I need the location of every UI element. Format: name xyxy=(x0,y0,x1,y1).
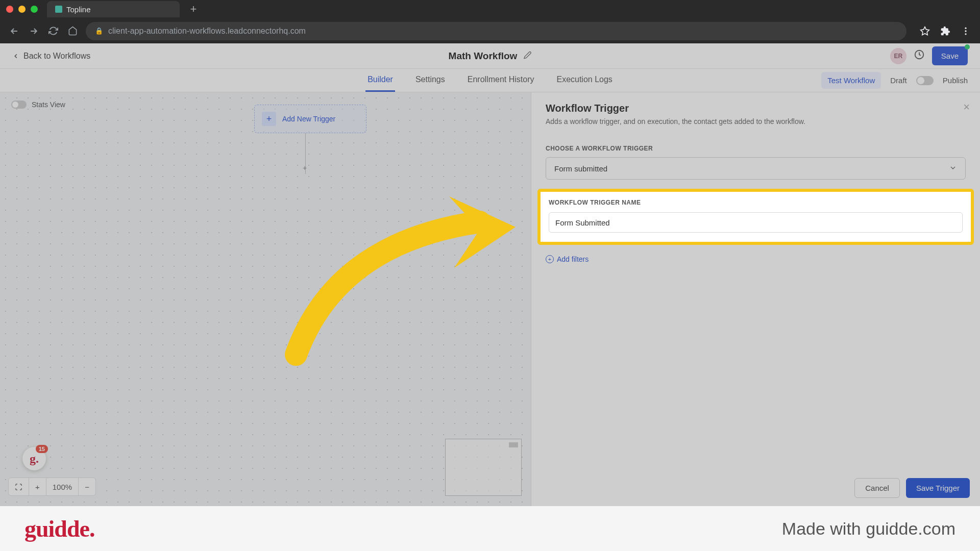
bookmark-icon[interactable] xyxy=(919,25,931,37)
tab-title: Topline xyxy=(66,5,91,14)
choose-trigger-label: CHOOSE A WORKFLOW TRIGGER xyxy=(531,134,980,157)
zoom-out-button[interactable]: − xyxy=(79,478,95,495)
test-workflow-button[interactable]: Test Workflow xyxy=(821,72,881,89)
lock-icon: 🔒 xyxy=(95,27,103,35)
publish-toggle[interactable] xyxy=(916,76,934,85)
add-filters-label: Add filters xyxy=(557,255,589,263)
new-tab-button[interactable]: + xyxy=(187,3,200,16)
close-window-icon[interactable] xyxy=(6,6,13,13)
tab-builder[interactable]: Builder xyxy=(365,69,395,92)
watermark-bar: guidde. Made with guidde.com xyxy=(0,506,980,551)
reload-button[interactable] xyxy=(47,25,59,37)
draft-label: Draft xyxy=(890,76,907,85)
publish-label: Publish xyxy=(943,76,968,85)
guidde-badge[interactable]: g. 15 xyxy=(22,447,46,470)
back-to-workflows-link[interactable]: Back to Workflows xyxy=(12,52,90,61)
extensions-icon[interactable] xyxy=(939,25,951,37)
svg-marker-0 xyxy=(921,27,929,35)
zoom-level: 100% xyxy=(46,478,79,495)
back-label: Back to Workflows xyxy=(23,52,90,61)
tab-bar: Topline + xyxy=(0,0,980,18)
add-filters-link[interactable]: + Add filters xyxy=(531,245,980,273)
header-actions: ER Save xyxy=(890,46,968,65)
home-button[interactable] xyxy=(66,25,79,37)
workflow-title-group: Math Workflow xyxy=(449,51,532,62)
add-new-trigger-button[interactable]: + Add New Trigger xyxy=(254,105,366,133)
tab-enrollment-history[interactable]: Enrollment History xyxy=(465,69,536,92)
unsaved-indicator-icon xyxy=(965,44,970,49)
svg-point-2 xyxy=(965,30,966,32)
highlighted-trigger-name-section: WORKFLOW TRIGGER NAME xyxy=(537,189,974,245)
forward-button[interactable] xyxy=(28,25,40,37)
zoom-controls: + 100% − xyxy=(8,478,96,496)
zoom-in-button[interactable]: + xyxy=(29,478,46,495)
url-text: client-app-automation-workflows.leadconn… xyxy=(108,27,306,36)
browser-chrome: Topline + 🔒 client-app-automation-workfl… xyxy=(0,0,980,43)
page-title: Math Workflow xyxy=(449,51,518,62)
close-panel-icon[interactable]: × xyxy=(963,101,970,114)
guidde-logo: guidde. xyxy=(24,515,94,542)
save-button[interactable]: Save xyxy=(932,46,968,65)
fullscreen-icon[interactable] xyxy=(9,478,29,495)
window-controls[interactable] xyxy=(6,6,38,13)
toggle-switch-icon[interactable] xyxy=(11,101,27,109)
stats-view-toggle[interactable]: Stats View xyxy=(11,101,65,109)
tab-right-controls: Test Workflow Draft Publish xyxy=(821,72,968,89)
workflow-tabs: Builder Settings Enrollment History Exec… xyxy=(0,69,980,92)
trigger-name-label: WORKFLOW TRIGGER NAME xyxy=(549,199,963,206)
tab-execution-logs[interactable]: Execution Logs xyxy=(554,69,614,92)
minimize-window-icon[interactable] xyxy=(18,6,26,13)
back-button[interactable] xyxy=(8,25,20,37)
avatar[interactable]: ER xyxy=(890,48,906,64)
maximize-window-icon[interactable] xyxy=(31,6,38,13)
add-trigger-label: Add New Trigger xyxy=(282,115,335,123)
save-label: Save xyxy=(941,52,959,60)
selected-trigger-value: Form submitted xyxy=(554,164,607,173)
chevron-down-icon xyxy=(949,164,957,173)
app-root: Back to Workflows Math Workflow ER Save … xyxy=(0,43,980,506)
plus-circle-icon: + xyxy=(546,255,554,263)
panel-footer: Cancel Save Trigger xyxy=(854,478,970,498)
url-field[interactable]: 🔒 client-app-automation-workflows.leadco… xyxy=(86,22,906,40)
trigger-name-input[interactable] xyxy=(549,212,963,233)
tab-favicon-icon xyxy=(55,6,62,13)
address-bar: 🔒 client-app-automation-workflows.leadco… xyxy=(0,18,980,43)
panel-subtitle: Adds a workflow trigger, and on executio… xyxy=(546,117,966,126)
svg-point-3 xyxy=(965,33,966,35)
workflow-canvas[interactable]: Stats View + Add New Trigger + g. 15 + 1… xyxy=(0,92,531,506)
badge-count: 15 xyxy=(36,445,48,453)
menu-icon[interactable] xyxy=(960,25,972,37)
add-step-icon[interactable]: + xyxy=(303,164,307,172)
edit-title-icon[interactable] xyxy=(523,51,531,61)
stats-label: Stats View xyxy=(32,101,65,109)
tab-settings[interactable]: Settings xyxy=(413,69,447,92)
plus-icon: + xyxy=(262,112,276,126)
trigger-select[interactable]: Form submitted xyxy=(546,157,966,180)
trigger-panel: × Workflow Trigger Adds a workflow trigg… xyxy=(531,92,980,506)
panel-title: Workflow Trigger xyxy=(546,103,966,114)
minimap[interactable] xyxy=(445,439,522,496)
chevron-left-icon xyxy=(12,53,19,60)
history-icon[interactable] xyxy=(914,49,925,63)
save-trigger-button[interactable]: Save Trigger xyxy=(906,478,970,498)
watermark-text: Made with guidde.com xyxy=(782,519,955,539)
cancel-button[interactable]: Cancel xyxy=(854,478,900,498)
browser-tab[interactable]: Topline xyxy=(47,1,180,17)
canvas-wrap: Stats View + Add New Trigger + g. 15 + 1… xyxy=(0,92,980,506)
app-header: Back to Workflows Math Workflow ER Save xyxy=(0,43,980,69)
svg-point-1 xyxy=(965,27,966,29)
